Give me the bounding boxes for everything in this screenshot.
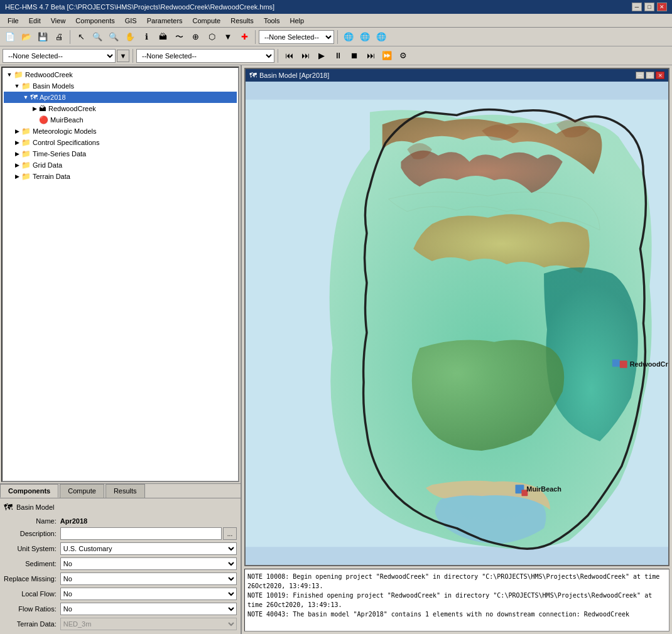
tree-toggle-apr2018[interactable]: ▼ xyxy=(21,94,30,100)
map-canvas[interactable]: RedwoodCreek MuirBeach xyxy=(246,82,668,565)
desc-label: Description: xyxy=(4,530,57,537)
compute-btn1[interactable]: ⏮ xyxy=(281,48,296,63)
desc-input[interactable] xyxy=(60,527,222,540)
tree-label-met-models: Meteorologic Models xyxy=(33,127,97,135)
map-minimize-btn[interactable]: ─ xyxy=(636,72,644,79)
tree-toggle-ts[interactable]: ▶ xyxy=(13,151,21,157)
map-close-btn[interactable]: ✕ xyxy=(656,72,664,79)
menu-results[interactable]: Results xyxy=(225,16,259,26)
flow-ratios-select[interactable]: No Yes xyxy=(60,603,237,615)
terrain-select: NED_3m xyxy=(60,618,237,630)
menu-help[interactable]: Help xyxy=(285,16,310,26)
tree-toggle-terrain[interactable]: ▶ xyxy=(13,173,21,180)
save-button[interactable]: 💾 xyxy=(35,30,50,45)
menu-components[interactable]: Components xyxy=(70,16,119,26)
globe2-icon[interactable]: 🌐 xyxy=(357,30,372,45)
unit-select[interactable]: U.S. Customary Metric xyxy=(60,542,237,555)
compute-btn2[interactable]: ⏭ xyxy=(298,48,313,63)
tree-node-basin-models[interactable]: ▼ 📁 Basin Models xyxy=(4,80,237,92)
tab-components[interactable]: Components xyxy=(0,484,58,498)
identify-tool[interactable]: ℹ xyxy=(139,30,154,45)
tab-results[interactable]: Results xyxy=(106,484,145,498)
ffwd-btn[interactable]: ⏩ xyxy=(379,48,394,63)
tree-node-redwoodcreek-sub[interactable]: ▶ 🏔 RedwoodCreek xyxy=(4,103,237,114)
local-flow-label: Local Flow: xyxy=(4,590,57,598)
menu-tools[interactable]: Tools xyxy=(259,16,285,26)
globe-icon[interactable]: 🌐 xyxy=(341,30,356,45)
tree-node-muirbeach[interactable]: 🔴 MuirBeach xyxy=(4,114,237,126)
tree-node-met-models[interactable]: ▶ 📁 Meteorologic Models xyxy=(4,126,237,137)
add-marker[interactable]: ✚ xyxy=(237,30,252,45)
reach-tool[interactable]: 〜 xyxy=(171,30,187,45)
tree-label-grid-data: Grid Data xyxy=(33,161,62,169)
stop-btn[interactable]: ⏹ xyxy=(347,48,362,63)
menu-compute[interactable]: Compute xyxy=(188,16,226,26)
folder-icon-ts: 📁 xyxy=(21,149,31,158)
globe3-icon[interactable]: 🌐 xyxy=(374,30,389,45)
sink-tool[interactable]: ▼ xyxy=(220,30,236,45)
tree-toggle-met[interactable]: ▶ xyxy=(13,128,21,134)
props-panel-title: Basin Model xyxy=(16,503,55,511)
menu-view[interactable]: View xyxy=(46,16,71,26)
tree-node-redwoodcreek[interactable]: ▼ 📁 RedwoodCreek xyxy=(4,69,237,80)
tree-node-terrain-data[interactable]: ▶ 📁 Terrain Data xyxy=(4,171,237,182)
tree-toggle-grid[interactable]: ▶ xyxy=(13,162,21,168)
tree-toggle-ctrl[interactable]: ▶ xyxy=(13,139,21,146)
none-selected-dropdown-2[interactable]: --None Selected-- xyxy=(3,49,116,63)
zoom-in-tool[interactable]: 🔍 xyxy=(90,30,105,45)
title-bar-controls: ─ □ ✕ xyxy=(632,3,667,11)
settings-btn[interactable]: ⚙ xyxy=(396,48,411,63)
tree-toggle-basin[interactable]: ▼ xyxy=(13,83,21,89)
title-bar-text: HEC-HMS 4.7 Beta [C:\PROJECTS\HMS\Projec… xyxy=(5,3,274,11)
open-button[interactable]: 📂 xyxy=(19,30,34,45)
zoom-out-tool[interactable]: 🔍 xyxy=(106,30,121,45)
replace-select[interactable]: No Yes xyxy=(60,572,237,585)
new-button[interactable]: 📄 xyxy=(3,30,18,45)
menu-gis[interactable]: GIS xyxy=(120,16,142,26)
pan-tool[interactable]: ✋ xyxy=(122,30,138,45)
run-btn[interactable]: ▶ xyxy=(314,48,329,63)
tree-node-control-specs[interactable]: ▶ 📁 Control Specifications xyxy=(4,137,237,148)
log-line-3: NOTE 40043: The basin model "Apr2018" co… xyxy=(247,610,666,619)
pause-btn[interactable]: ⏸ xyxy=(330,48,345,63)
right-panel: 🗺 Basin Model [Apr2018] ─ □ ✕ xyxy=(242,65,672,634)
menu-file[interactable]: File xyxy=(3,16,24,26)
props-grid: Name: Apr2018 Description: ... Unit Syst… xyxy=(4,517,237,630)
toolbar-2: --None Selected-- ▼ --None Selected-- ⏮ … xyxy=(0,46,672,65)
log-panel: NOTE 10008: Begin opening project "Redwo… xyxy=(244,569,669,631)
map-maximize-btn[interactable]: □ xyxy=(646,72,654,79)
tree-node-apr2018[interactable]: ▼ 🗺 Apr2018 xyxy=(4,92,237,103)
reservoir-tool[interactable]: ⬡ xyxy=(204,30,219,45)
tree-label-time-series: Time-Series Data xyxy=(33,150,86,158)
close-button[interactable]: ✕ xyxy=(657,3,667,11)
tree-node-grid-data[interactable]: ▶ 📁 Grid Data xyxy=(4,159,237,171)
local-flow-select[interactable]: No Yes xyxy=(60,588,237,600)
tree-label-apr2018: Apr2018 xyxy=(40,94,66,101)
tree-view[interactable]: ▼ 📁 RedwoodCreek ▼ 📁 Basin Models ▼ 🗺 Ap… xyxy=(1,67,239,482)
tree-label-redwoodcreek-sub: RedwoodCreek xyxy=(48,105,96,112)
menu-edit[interactable]: Edit xyxy=(24,16,46,26)
minimize-button[interactable]: ─ xyxy=(632,3,642,11)
folder-icon-ctrl: 📁 xyxy=(21,138,31,147)
subbasin-tool[interactable]: 🏔 xyxy=(155,30,170,45)
desc-btn[interactable]: ... xyxy=(223,527,237,540)
maximize-button[interactable]: □ xyxy=(644,3,654,11)
print-button[interactable]: 🖨 xyxy=(51,30,67,45)
skip-btn[interactable]: ⏭ xyxy=(363,48,378,63)
sediment-label: Sediment: xyxy=(4,560,57,567)
title-bar: HEC-HMS 4.7 Beta [C:\PROJECTS\HMS\Projec… xyxy=(0,0,672,14)
tree-toggle-sub[interactable]: ▶ xyxy=(30,105,39,112)
tree-toggle-root[interactable]: ▼ xyxy=(5,72,14,78)
map-title-controls: ─ □ ✕ xyxy=(636,72,664,79)
select-tool[interactable]: ↖ xyxy=(73,30,89,45)
junction-tool[interactable]: ⊕ xyxy=(188,30,203,45)
none-selected-dropdown-3[interactable]: --None Selected-- xyxy=(136,49,274,63)
none-selected-dropdown-1[interactable]: --None Selected-- xyxy=(259,30,334,44)
menu-parameters[interactable]: Parameters xyxy=(142,16,188,26)
tab-compute[interactable]: Compute xyxy=(60,484,104,498)
menu-bar: File Edit View Components GIS Parameters… xyxy=(0,14,672,28)
tree-node-time-series[interactable]: ▶ 📁 Time-Series Data xyxy=(4,148,237,159)
sediment-select[interactable]: No Yes xyxy=(60,557,237,570)
log-line-2: NOTE 10019: Finished opening project "Re… xyxy=(247,591,666,610)
dropdown-extra-btn[interactable]: ▼ xyxy=(117,50,129,62)
